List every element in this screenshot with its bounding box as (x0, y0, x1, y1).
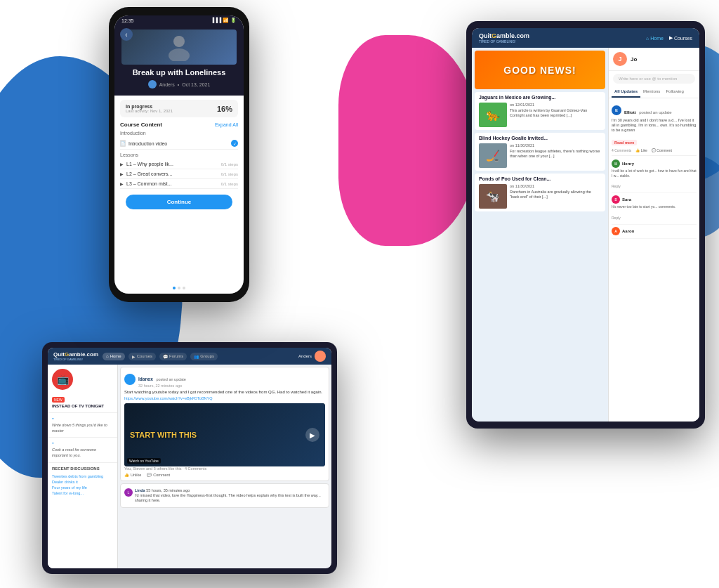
prompt-section-1: " Write down 5 things you'd like to mast… (48, 413, 117, 438)
article-ponds-thumb: 🐄 (479, 184, 507, 209)
article-hockey[interactable]: Blind Hockey Goalie Invited... 🏒 on 11/3… (475, 133, 605, 171)
tab-following[interactable]: Following (663, 86, 686, 98)
sara-reply-link[interactable]: Reply (612, 216, 621, 220)
aaron-name: Aaron (622, 229, 634, 233)
progress-label: In progress (126, 104, 173, 109)
lesson-name-2: L2 – Great convers... (126, 171, 172, 176)
activity-header-elliott: E Elliott posted an update (612, 104, 697, 117)
lesson-name-1: L1 – Why people lik... (126, 162, 173, 166)
tablet-bottom-nav-links: ⌂ Home ▶ Courses 💬 Forums 👥 Groups (103, 353, 294, 360)
elliott-action: posted an update (639, 110, 671, 115)
recent-item-2[interactable]: Dealer drinks it (52, 479, 113, 485)
author-date: Oct 13, 2021 (182, 82, 210, 87)
article-jaguars[interactable]: Jaguars in Mexico are Growing... 🐆 on 12… (475, 92, 605, 130)
tb-nav-forums[interactable]: 💬 Forums (159, 353, 187, 360)
phone-content-area: Course Content Expand All Introduction 📄… (114, 122, 244, 282)
comment-section: L Linda 55 hours, 35 minutes ago I'd mis… (120, 483, 329, 508)
write-update-box[interactable]: Write here or use @ to mention (613, 74, 695, 84)
prompt-section-2: " Cook a meal for someone important to y… (48, 438, 117, 462)
activity-feed[interactable]: E Elliott posted an update I'm 30 years … (609, 98, 699, 422)
tablet-right-feed[interactable]: GOOD NEWS! Jaguars in Mexico are Growing… (472, 48, 608, 422)
unlike-icon: 👍 (124, 473, 129, 477)
post-author: Idanox (138, 377, 153, 381)
quote-icon-1: " (52, 417, 113, 423)
recent-item-3[interactable]: Four years of my life (52, 485, 113, 490)
comment-linda: L Linda 55 hours, 35 minutes ago I'd mis… (124, 487, 325, 504)
quote-icon-2: " (52, 441, 113, 447)
video-main-text: START WITH THIS (130, 431, 319, 439)
svg-point-1 (169, 48, 190, 61)
article-ponds[interactable]: Ponds of Poo Used for Clean... 🐄 on 11/3… (475, 174, 605, 211)
lesson-item-1[interactable]: ▶ L1 – Why people lik... 0/1 steps (120, 159, 238, 169)
tablet-bottom-logo-section: QuitGamble.com TIRED OF GAMBLING! (53, 351, 98, 361)
henry-name: Henry (622, 162, 634, 166)
read-more-button[interactable]: Read more (612, 140, 637, 145)
tb-nav-courses[interactable]: ▶ Courses (128, 353, 156, 360)
progress-bar-section: In progress Last activity: Nov 1, 2021 1… (120, 100, 238, 117)
lesson-item-2[interactable]: ▶ L2 – Great convers... 0/1 steps (120, 169, 238, 179)
article-hockey-thumb: 🏒 (479, 143, 507, 168)
tablet-bottom-device: QuitGamble.com TIRED OF GAMBLING! ⌂ Home… (42, 342, 337, 574)
elliott-name: Elliott (624, 110, 636, 115)
video-thumbnail[interactable]: START WITH THIS ▶ Watch on YouTube (124, 403, 325, 466)
article-ponds-date: on 11/30/2021 (510, 184, 601, 188)
tb-nav-groups[interactable]: 👥 Groups (190, 353, 218, 360)
back-icon: ‹ (125, 31, 127, 39)
phone-page-dots (114, 287, 244, 289)
aaron-avatar: A (612, 227, 620, 235)
post-footer: 👍 Unlike 💬 Comment (124, 473, 325, 477)
tablet-right-nav-home[interactable]: ⌂ Home (646, 35, 664, 41)
recent-item-1[interactable]: Twenties debts from gambling (52, 473, 113, 479)
like-button[interactable]: 👍 Like (635, 148, 647, 152)
article-jaguars-meta: 🐆 on 12/01/2021 This article is written … (475, 101, 605, 130)
tab-mentions[interactable]: Mentions (640, 86, 663, 98)
elliott-text: I'm 30 years old and I don't have a d...… (612, 118, 697, 133)
good-news-banner: GOOD NEWS! (475, 51, 605, 89)
tb-nav-home[interactable]: ⌂ Home (103, 353, 125, 360)
tablet-right-nav-courses[interactable]: ▶ Courses (669, 35, 692, 41)
lesson-arrow-3: ▶ (120, 181, 124, 186)
phone-device: 12:35 ▐▐▐ 📶 🔋 ‹ Break up with Loneliness… (109, 7, 249, 302)
post-idanox: Idanox posted an update 32 hours, 22 min… (120, 367, 329, 481)
recent-item-4[interactable]: Talent for w-long... (52, 490, 113, 496)
post-action: posted an update (156, 377, 186, 381)
continue-button[interactable]: Continue (126, 195, 232, 209)
tablet-right-sidebar: J Jo Write here or use @ to mention All … (608, 48, 699, 422)
tablet-bottom-main: 📺 NEW INSTEAD OF TV TONIGHT " Write down… (48, 365, 331, 568)
page-dot-3 (183, 287, 185, 289)
course-content-header: Course Content Expand All (120, 122, 238, 128)
intro-video-item[interactable]: 📄 Introduction video ✓ (120, 138, 238, 150)
comments-count: 4 Comments (612, 148, 631, 152)
sidebar-user-name: Jo (631, 56, 637, 63)
tablet-bottom-left-sidebar: 📺 NEW INSTEAD OF TV TONIGHT " Write down… (48, 365, 118, 568)
course-hero-image (121, 30, 237, 65)
tb-forums-icon: 💬 (163, 354, 168, 359)
back-button[interactable]: ‹ (120, 28, 133, 41)
article-jaguars-content: on 12/01/2021 This article is written by… (510, 103, 601, 118)
recent-discussions: RECENT DISCUSSIONS Twenties debts from g… (48, 463, 117, 568)
article-jaguars-thumb: 🐆 (479, 103, 507, 127)
comment-button[interactable]: 💬 Comment (652, 148, 672, 152)
comment-button[interactable]: 💬 Comment (147, 473, 170, 477)
phone-screen: 12:35 ▐▐▐ 📶 🔋 ‹ Break up with Loneliness… (114, 15, 244, 294)
post-link[interactable]: https://www.youtube.com/watch?v=eBjkFDTo… (124, 396, 325, 400)
tab-all-updates[interactable]: All Updates (612, 86, 640, 98)
linda-name: Linda (135, 488, 145, 492)
lesson-left-3: ▶ L3 – Common mist... (120, 181, 172, 186)
reply-sara: S Sara It's never too late to start yo..… (612, 193, 697, 225)
henry-reply-link[interactable]: Reply (612, 184, 621, 188)
henry-text: It will be a lot of work to get... how t… (612, 169, 697, 178)
unlike-button[interactable]: 👍 Unlike (124, 473, 141, 477)
progress-sub: Last activity: Nov 1, 2021 (126, 109, 173, 113)
prompt-text-1: Write down 5 things you'd like to master (52, 423, 113, 433)
expand-all-button[interactable]: Expand All (215, 122, 238, 127)
post-time: 32 hours, 22 minutes ago (138, 384, 186, 388)
prompt-text-2: Cook a meal for someone important to you… (52, 447, 113, 458)
lesson-item-3[interactable]: ▶ L3 – Common mist... 0/1 steps (120, 179, 238, 189)
tablet-bottom-shell: QuitGamble.com TIRED OF GAMBLING! ⌂ Home… (42, 342, 337, 574)
henry-avatar: H (612, 159, 620, 168)
article-ponds-meta: 🐄 on 11/30/2021 Ranchers in Australia ar… (475, 183, 605, 211)
tablet-bottom-feed[interactable]: Idanox posted an update 32 hours, 22 min… (118, 365, 331, 568)
tv-logo-circle: 📺 (52, 369, 73, 390)
phone-signal: ▐▐▐ 📶 🔋 (211, 18, 237, 23)
